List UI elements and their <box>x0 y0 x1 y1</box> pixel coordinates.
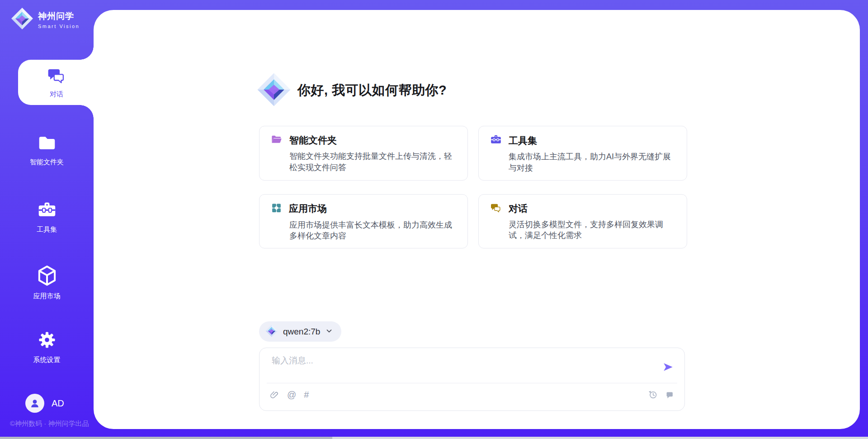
model-selector[interactable]: qwen2:7b <box>259 321 341 342</box>
card-title: 应用市场 <box>289 202 327 215</box>
card-title: 智能文件夹 <box>289 134 337 147</box>
user-profile[interactable]: AD <box>25 394 64 413</box>
card-description: 应用市场提供丰富长文本模板，助力高效生成多样化文章内容 <box>289 220 457 242</box>
mention-icon[interactable]: @ <box>287 390 296 399</box>
briefcase-icon <box>490 134 502 147</box>
model-name: qwen2:7b <box>283 327 320 337</box>
card-description: 集成市场上主流工具，助力AI与外界无缝扩展与对接 <box>509 151 676 174</box>
card-smart-folder[interactable]: 智能文件夹 智能文件夹功能支持批量文件上传与清洗，轻松实现文件问答 <box>259 126 468 181</box>
sidebar-item-label: 对话 <box>50 90 63 99</box>
sidebar-item-smart-folder[interactable]: 智能文件夹 <box>0 134 94 167</box>
chat-bubbles-icon <box>490 202 502 215</box>
hashtag-icon[interactable]: # <box>304 390 309 399</box>
chat-bubbles-icon <box>47 66 66 87</box>
folder-icon <box>37 134 57 154</box>
attachment-icon[interactable] <box>269 390 279 400</box>
composer-divider <box>267 383 677 383</box>
chevron-down-icon <box>325 327 333 337</box>
card-app-market[interactable]: 应用市场 应用市场提供丰富长文本模板，助力高效生成多样化文章内容 <box>259 194 468 249</box>
greeting-title: 你好, 我可以如何帮助你? <box>297 81 447 100</box>
active-tab-corner-top <box>80 46 94 60</box>
composer: @ # <box>259 348 685 411</box>
greeting-row: 你好, 我可以如何帮助你? <box>257 72 447 109</box>
avatar <box>25 394 44 413</box>
footer-credit: ©神州数码 · 神州问学出品 <box>10 420 89 428</box>
message-input[interactable] <box>271 355 648 366</box>
composer-toolbar: @ # <box>269 390 675 400</box>
card-description: 智能文件夹功能支持批量文件上传与清洗，轻松实现文件问答 <box>289 151 457 173</box>
card-title: 工具集 <box>509 134 537 147</box>
brand: 神州问学 Smart Vision <box>11 7 80 32</box>
card-toolset[interactable]: 工具集 集成市场上主流工具，助力AI与外界无缝扩展与对接 <box>478 126 687 181</box>
folder-open-icon <box>271 134 283 147</box>
brand-diamond-logo-icon <box>11 7 33 32</box>
user-initials: AD <box>52 398 64 409</box>
sidebar-item-toolset[interactable]: 工具集 <box>0 200 94 234</box>
sidebar-item-settings[interactable]: 系统设置 <box>0 330 94 364</box>
active-tab-corner-bottom <box>80 105 94 119</box>
horizontal-scrollbar-track <box>0 437 868 439</box>
send-icon[interactable] <box>662 361 675 373</box>
sidebar-item-label: 应用市场 <box>33 292 61 301</box>
history-icon[interactable] <box>648 390 658 400</box>
comment-icon[interactable] <box>665 390 675 400</box>
cube-icon <box>37 265 57 288</box>
briefcase-icon <box>37 200 57 221</box>
diamond-logo-icon <box>265 324 278 339</box>
brand-subtitle: Smart Vision <box>38 24 80 29</box>
card-chat[interactable]: 对话 灵活切换多模型文件，支持多样回复效果调试，满足个性化需求 <box>478 194 687 249</box>
greeting-diamond-logo-icon <box>257 72 291 109</box>
sidebar-item-label: 系统设置 <box>33 356 61 364</box>
sidebar-item-app-market[interactable]: 应用市场 <box>0 265 94 301</box>
app-grid-icon <box>271 202 282 215</box>
horizontal-scrollbar-thumb[interactable] <box>0 437 332 439</box>
sidebar-item-chat[interactable]: 对话 <box>18 60 95 105</box>
card-title: 对话 <box>509 202 528 215</box>
card-description: 灵活切换多模型文件，支持多样回复效果调试，满足个性化需求 <box>509 219 676 242</box>
gear-icon <box>37 330 57 352</box>
brand-name: 神州问学 <box>38 10 80 22</box>
sidebar-item-label: 智能文件夹 <box>30 158 64 167</box>
app-root: 神州问学 Smart Vision 对话 智能文件夹 <box>0 0 868 439</box>
feature-cards: 智能文件夹 智能文件夹功能支持批量文件上传与清洗，轻松实现文件问答 <box>259 126 687 248</box>
sidebar-item-label: 工具集 <box>37 225 57 234</box>
